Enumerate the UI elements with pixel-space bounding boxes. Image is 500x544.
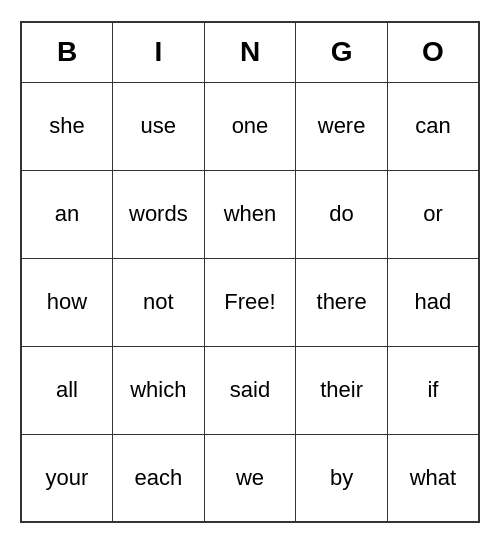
bingo-cell-3-0: all	[21, 346, 113, 434]
bingo-card: BINGO sheuseonewerecananwordswhendoorhow…	[20, 21, 480, 523]
bingo-cell-1-4: or	[387, 170, 479, 258]
bingo-cell-2-2: Free!	[204, 258, 296, 346]
bingo-cell-0-4: can	[387, 82, 479, 170]
bingo-row-1: anwordswhendoor	[21, 170, 479, 258]
bingo-cell-1-1: words	[113, 170, 205, 258]
bingo-cell-1-0: an	[21, 170, 113, 258]
bingo-cell-4-2: we	[204, 434, 296, 522]
bingo-header-n: N	[204, 22, 296, 82]
bingo-cell-2-1: not	[113, 258, 205, 346]
bingo-cell-2-3: there	[296, 258, 388, 346]
bingo-cell-1-3: do	[296, 170, 388, 258]
bingo-cell-4-4: what	[387, 434, 479, 522]
bingo-row-4: youreachwebywhat	[21, 434, 479, 522]
bingo-cell-3-4: if	[387, 346, 479, 434]
bingo-cell-0-3: were	[296, 82, 388, 170]
bingo-header-o: O	[387, 22, 479, 82]
bingo-cell-0-0: she	[21, 82, 113, 170]
bingo-cell-4-0: your	[21, 434, 113, 522]
bingo-cell-4-1: each	[113, 434, 205, 522]
bingo-cell-1-2: when	[204, 170, 296, 258]
bingo-row-3: allwhichsaidtheirif	[21, 346, 479, 434]
bingo-cell-2-4: had	[387, 258, 479, 346]
bingo-cell-4-3: by	[296, 434, 388, 522]
bingo-cell-0-2: one	[204, 82, 296, 170]
bingo-cell-3-3: their	[296, 346, 388, 434]
bingo-header-g: G	[296, 22, 388, 82]
bingo-cell-2-0: how	[21, 258, 113, 346]
bingo-header-b: B	[21, 22, 113, 82]
bingo-row-0: sheuseonewerecan	[21, 82, 479, 170]
bingo-cell-0-1: use	[113, 82, 205, 170]
bingo-cell-3-1: which	[113, 346, 205, 434]
bingo-header-i: I	[113, 22, 205, 82]
bingo-cell-3-2: said	[204, 346, 296, 434]
bingo-row-2: hownotFree!therehad	[21, 258, 479, 346]
